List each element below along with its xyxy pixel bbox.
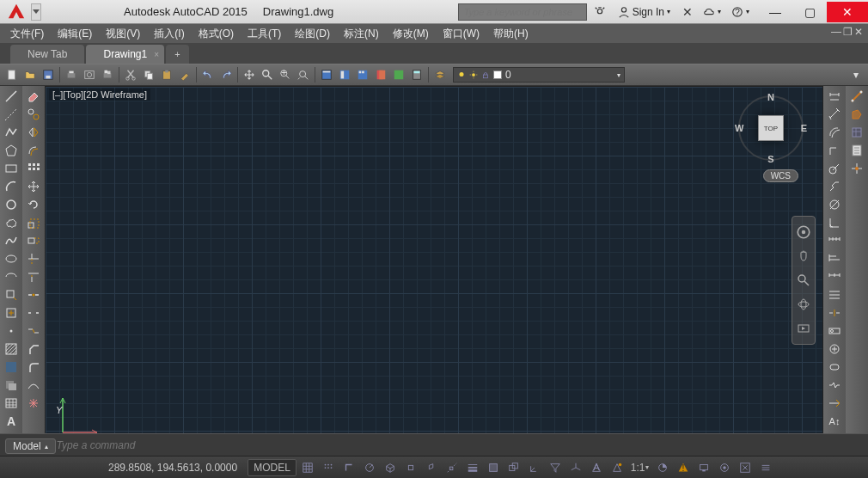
revision-cloud-button[interactable] [2, 214, 21, 231]
autoscale-button[interactable] [608, 459, 627, 476]
polar-toggle[interactable] [360, 459, 379, 476]
rectangle-button[interactable] [2, 160, 21, 177]
undo-button[interactable] [199, 66, 217, 83]
dim-ordinate-button[interactable] [825, 142, 844, 159]
erase-button[interactable] [24, 88, 43, 105]
selection-filter-button[interactable] [546, 459, 565, 476]
isodraft-toggle[interactable] [381, 459, 400, 476]
nav-pan-button[interactable] [795, 248, 812, 265]
dim-space-button[interactable] [825, 286, 844, 303]
minimize-button[interactable]: — [758, 2, 792, 22]
print-button[interactable] [63, 66, 80, 83]
hatch-button[interactable] [2, 340, 21, 358]
dim-break-button[interactable] [825, 304, 844, 322]
viewcube-south[interactable]: S [767, 154, 773, 164]
make-block-button[interactable] [2, 304, 21, 322]
table-button[interactable] [2, 395, 21, 412]
menu-view[interactable]: 视图(V) [99, 25, 147, 43]
massprops-button[interactable] [847, 124, 866, 141]
isolate-objects-button[interactable] [715, 459, 734, 476]
menu-edit[interactable]: 编辑(E) [51, 25, 99, 43]
plot-preview-button[interactable] [81, 66, 98, 83]
match-prop-button[interactable] [176, 66, 193, 83]
arc-button[interactable] [2, 178, 21, 195]
open-button[interactable] [21, 66, 39, 83]
nav-zoom-button[interactable] [795, 272, 812, 289]
menu-draw[interactable]: 绘图(D) [288, 25, 337, 43]
dynamic-ucs-toggle[interactable] [525, 459, 544, 476]
workspace-button[interactable] [653, 459, 672, 476]
blend-button[interactable] [24, 377, 43, 394]
mdi-minimize[interactable]: — [831, 26, 841, 38]
layer-dropdown[interactable]: 0 ▾ [453, 67, 625, 83]
quick-dim-button[interactable] [825, 232, 844, 249]
cut-button[interactable] [122, 66, 139, 83]
inspection-button[interactable] [825, 358, 844, 376]
construction-line-button[interactable] [2, 106, 21, 123]
zoom-window-button[interactable]: + [277, 66, 294, 83]
spline-button[interactable] [2, 232, 21, 249]
snap-toggle[interactable] [319, 459, 338, 476]
publish-button[interactable] [99, 66, 116, 83]
redo-button[interactable] [217, 66, 235, 83]
point-button[interactable] [2, 322, 21, 340]
menu-help[interactable]: 帮助(H) [486, 25, 535, 43]
break-at-point-button[interactable] [24, 286, 43, 303]
offset-button[interactable] [24, 142, 43, 159]
jogged-linear-button[interactable] [825, 377, 844, 394]
exchange-apps-button[interactable]: ✕ [679, 3, 696, 21]
view-cube[interactable]: TOP N S E W [737, 94, 805, 162]
mdi-restore[interactable]: ❐ [843, 26, 853, 38]
annotation-visibility-button[interactable]: A [587, 459, 606, 476]
fillet-button[interactable] [24, 358, 43, 376]
dim-edit-button[interactable] [825, 395, 844, 412]
wcs-badge[interactable]: WCS [763, 169, 798, 182]
polyline-button[interactable] [2, 124, 21, 141]
polygon-button[interactable] [2, 142, 21, 159]
dim-baseline-button[interactable] [825, 250, 844, 267]
viewcube-west[interactable]: W [735, 123, 743, 133]
menu-modify[interactable]: 修改(M) [386, 25, 436, 43]
dim-aligned-button[interactable] [825, 106, 844, 123]
maximize-button[interactable]: ▢ [792, 2, 827, 22]
extend-button[interactable] [24, 268, 43, 285]
center-mark-button[interactable] [825, 340, 844, 358]
copy-button[interactable] [140, 66, 157, 83]
area-button[interactable] [847, 106, 866, 123]
osnap-toggle[interactable] [401, 459, 420, 476]
new-button[interactable] [3, 66, 21, 83]
scale-button[interactable] [24, 214, 43, 231]
help-search-input[interactable] [458, 3, 587, 21]
insert-block-button[interactable] [2, 286, 21, 303]
stretch-button[interactable] [24, 232, 43, 249]
viewcube-compass[interactable] [738, 95, 804, 161]
gradient-button[interactable] [2, 358, 21, 376]
hardware-accel-button[interactable] [694, 459, 713, 476]
drawing-canvas[interactable]: [–][Top][2D Wireframe] Y X TOP N S E W W… [45, 86, 823, 456]
break-button[interactable] [24, 304, 43, 322]
annotation-monitor-button[interactable]: ! [674, 459, 693, 476]
ellipse-arc-button[interactable] [2, 268, 21, 285]
copy-objects-button[interactable] [24, 106, 43, 123]
grid-toggle[interactable] [298, 459, 317, 476]
dim-text-edit-button[interactable]: A↕ [825, 413, 844, 430]
quickcalc-button[interactable] [408, 66, 425, 83]
distance-button[interactable] [847, 88, 866, 105]
nav-orbit-button[interactable] [795, 296, 812, 313]
chamfer-button[interactable] [24, 340, 43, 358]
region-button[interactable] [2, 377, 21, 394]
qat-dropdown[interactable] [31, 3, 41, 21]
dim-jogged-button[interactable] [825, 178, 844, 195]
help-button[interactable]: ?▾ [728, 3, 753, 21]
otrack-toggle[interactable] [443, 459, 462, 476]
command-input[interactable] [57, 439, 861, 451]
move-button[interactable] [24, 178, 43, 195]
tab-new[interactable]: New Tab [10, 45, 84, 64]
tab-add-button[interactable]: + [166, 45, 188, 64]
locate-point-button[interactable] [847, 160, 866, 177]
viewport-label[interactable]: [–][Top][2D Wireframe] [49, 89, 150, 101]
tab-drawing1[interactable]: Drawing1× [86, 45, 164, 64]
mirror-button[interactable] [24, 124, 43, 141]
tab-close-icon[interactable]: × [154, 50, 159, 59]
coordinates-readout[interactable]: 289.8508, 194.5613, 0.0000 [100, 462, 246, 474]
